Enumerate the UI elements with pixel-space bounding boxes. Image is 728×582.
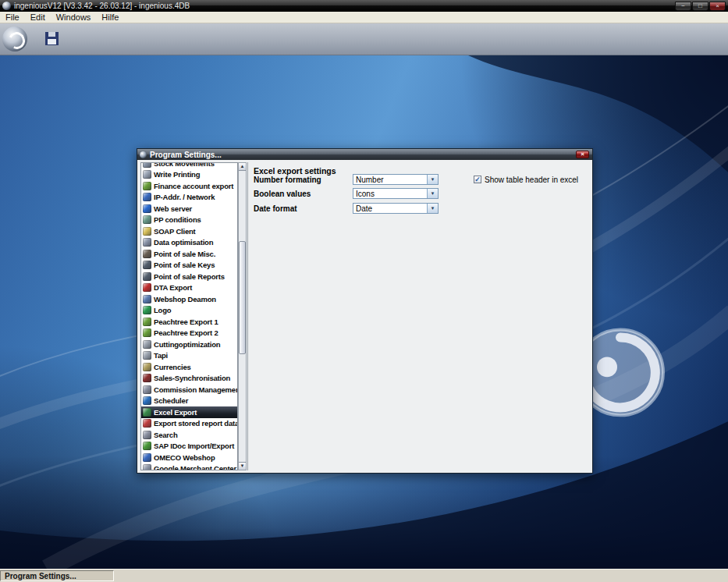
settings-list-item[interactable]: IP-Addr. / Network bbox=[141, 192, 237, 204]
program-settings-dialog: Program Settings... × Stock MovementsWri… bbox=[137, 148, 593, 474]
settings-list-item[interactable]: Scheduler bbox=[141, 396, 237, 407]
app-icon bbox=[2, 2, 11, 10]
settings-list-item[interactable]: Search bbox=[141, 429, 237, 441]
settings-list-scrollbar[interactable]: ▲ ▼ bbox=[238, 162, 247, 470]
settings-list-item-label: Webshop Deamon bbox=[154, 295, 216, 303]
settings-list-item[interactable]: Finance account export bbox=[141, 180, 237, 192]
excel-export-panel: Excel export settings Number formating N… bbox=[247, 162, 590, 470]
taskbar: Program Settings... bbox=[0, 569, 728, 582]
field-row-date-format: Date format Date ▼ bbox=[254, 203, 439, 214]
boolean-values-label: Boolean values bbox=[254, 190, 353, 198]
peachtree-export1-icon bbox=[143, 318, 151, 326]
settings-list-item[interactable]: Webshop Deamon bbox=[141, 293, 237, 305]
logo-icon bbox=[143, 306, 151, 314]
show-table-header-label: Show table header in excel bbox=[485, 176, 578, 184]
settings-list-item[interactable]: Currencies bbox=[141, 361, 237, 373]
minimize-button[interactable]: − bbox=[675, 2, 691, 11]
date-format-value: Date bbox=[353, 204, 427, 213]
settings-list-item[interactable]: Stock Movements bbox=[141, 162, 237, 169]
settings-list-item[interactable]: Export stored report data bbox=[141, 418, 237, 430]
settings-list-item[interactable]: Web server bbox=[141, 203, 237, 215]
scroll-up-icon[interactable]: ▲ bbox=[239, 163, 246, 171]
settings-list-item[interactable]: Point of sale Keys bbox=[141, 260, 237, 271]
pos-keys-icon bbox=[143, 261, 151, 269]
boolean-values-select[interactable]: Icons ▼ bbox=[353, 188, 439, 199]
number-formatting-label: Number formating bbox=[254, 176, 353, 184]
dialog-titlebar[interactable]: Program Settings... × bbox=[137, 149, 592, 160]
settings-list-item-label: SAP IDoc Import/Export bbox=[154, 442, 234, 450]
settings-list-item[interactable]: Peachtree Export 2 bbox=[141, 328, 237, 339]
dialog-title: Program Settings... bbox=[150, 151, 222, 159]
pos-misc-icon bbox=[143, 250, 151, 258]
settings-list-item[interactable]: Write Printing bbox=[141, 169, 237, 181]
settings-list-item[interactable]: Commission Management bbox=[141, 384, 237, 396]
date-format-select[interactable]: Date ▼ bbox=[353, 203, 439, 214]
menu-item-file[interactable]: File bbox=[0, 12, 25, 23]
save-icon bbox=[45, 32, 59, 45]
window-controls: − □ × bbox=[674, 2, 726, 11]
settings-list-item[interactable]: Excel Export bbox=[141, 406, 237, 418]
omeco-webshop-icon bbox=[143, 453, 151, 462]
settings-list-item-label: IP-Addr. / Network bbox=[154, 193, 215, 201]
tapi-icon bbox=[143, 351, 151, 360]
show-table-header-row: ✓ Show table header in excel bbox=[474, 174, 578, 185]
printer-icon bbox=[143, 170, 151, 179]
settings-list-item[interactable]: PP conditions bbox=[141, 215, 237, 226]
date-format-label: Date format bbox=[254, 204, 353, 213]
close-button[interactable]: × bbox=[709, 2, 726, 11]
settings-list-item-label: Write Printing bbox=[154, 170, 200, 179]
database-icon bbox=[143, 238, 151, 247]
dialog-body: Stock MovementsWrite PrintingFinance acc… bbox=[137, 160, 592, 473]
field-row-boolean-values: Boolean values Icons ▼ bbox=[254, 188, 439, 199]
settings-list-item[interactable]: Google Merchant Center bbox=[141, 463, 237, 471]
settings-list-item[interactable]: SAP IDoc Import/Export bbox=[141, 441, 237, 452]
settings-list-item-label: DTA Export bbox=[154, 283, 192, 292]
settings-list-item[interactable]: Data optimisation bbox=[141, 237, 237, 249]
settings-list-item[interactable]: SOAP Client bbox=[141, 225, 237, 237]
settings-list-item[interactable]: Sales-Synchronisation bbox=[141, 373, 237, 385]
sales-sync-icon bbox=[143, 374, 151, 382]
settings-list-item-label: Finance account export bbox=[154, 182, 233, 190]
pp-conditions-icon bbox=[143, 215, 151, 224]
dialog-close-button[interactable]: × bbox=[576, 151, 589, 158]
menu-item-windows[interactable]: Windows bbox=[51, 12, 97, 23]
settings-list-item-label: OMECO Webshop bbox=[154, 453, 215, 462]
taskbar-program-settings-button[interactable]: Program Settings... bbox=[0, 570, 114, 581]
menubar: File Edit Windows Hilfe bbox=[0, 12, 728, 23]
settings-list-item-label: Point of sale Reports bbox=[154, 272, 225, 281]
commission-icon bbox=[143, 385, 151, 394]
stock-movements-icon bbox=[143, 162, 151, 168]
settings-list-item[interactable]: DTA Export bbox=[141, 282, 237, 294]
save-button[interactable] bbox=[44, 30, 61, 48]
settings-list-item[interactable]: Logo bbox=[141, 305, 237, 317]
maximize-button[interactable]: □ bbox=[692, 2, 708, 11]
menu-item-hilfe[interactable]: Hilfe bbox=[96, 12, 124, 23]
settings-list-item[interactable]: Cuttingoptimization bbox=[141, 339, 237, 350]
scroll-down-icon[interactable]: ▼ bbox=[239, 462, 246, 470]
settings-list-item-label: Currencies bbox=[154, 363, 191, 371]
soap-client-icon bbox=[143, 227, 151, 236]
show-table-header-checkbox[interactable]: ✓ bbox=[474, 176, 481, 183]
finance-export-icon bbox=[143, 182, 151, 190]
settings-list-item[interactable]: Point of sale Reports bbox=[141, 271, 237, 282]
menu-item-edit[interactable]: Edit bbox=[25, 12, 51, 23]
scrollbar-thumb[interactable] bbox=[239, 241, 246, 354]
cutting-icon bbox=[143, 340, 151, 349]
number-formatting-select[interactable]: Number ▼ bbox=[353, 174, 439, 185]
scheduler-icon bbox=[143, 396, 151, 405]
chevron-down-icon[interactable]: ▼ bbox=[427, 204, 438, 213]
settings-list-item[interactable]: Peachtree Export 1 bbox=[141, 316, 237, 328]
web-server-icon bbox=[143, 204, 151, 213]
settings-list-item-label: Logo bbox=[154, 306, 171, 314]
settings-list-item-label: Excel Export bbox=[154, 408, 197, 417]
settings-list-item[interactable]: Point of sale Misc. bbox=[141, 248, 237, 260]
network-icon bbox=[143, 193, 151, 201]
settings-list-item[interactable]: Tapi bbox=[141, 350, 237, 362]
chevron-down-icon[interactable]: ▼ bbox=[427, 189, 438, 198]
settings-list-item[interactable]: OMECO Webshop bbox=[141, 452, 237, 463]
chevron-down-icon[interactable]: ▼ bbox=[427, 175, 438, 184]
window-titlebar: ingeniousV12 [V3.3.42 - 26.03.12] - inge… bbox=[0, 0, 728, 12]
webshop-daemon-icon bbox=[143, 295, 151, 303]
report-export-icon bbox=[143, 419, 151, 428]
ingenious-logo-icon bbox=[2, 27, 27, 51]
